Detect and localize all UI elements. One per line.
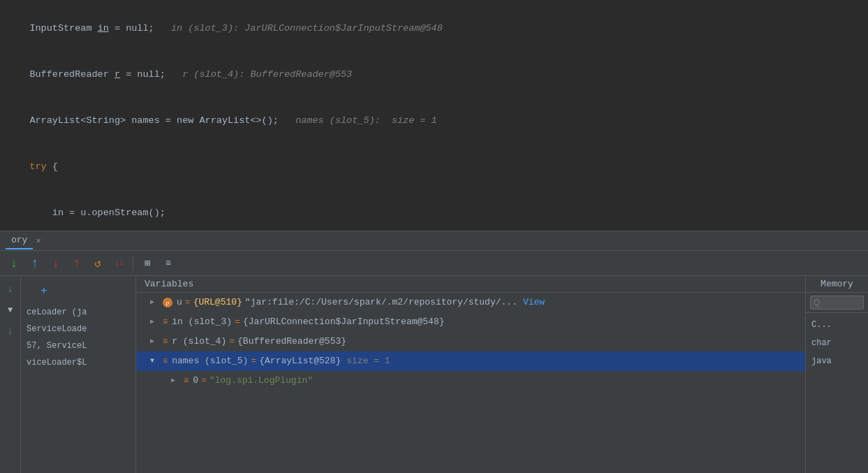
variables-header: Variables — [136, 276, 805, 293]
code-line-1: InputStream in = null; in (slot_3): JarU… — [7, 6, 868, 52]
var-eq: = — [235, 315, 240, 329]
code-token: = null; — [109, 23, 171, 34]
code-token: InputStream — [29, 23, 97, 34]
var-r-name: r (slot_4) — [172, 335, 226, 349]
code-token: ArrayList<String> names = new ArrayList<… — [29, 115, 295, 126]
memory-item-java[interactable]: java — [806, 352, 868, 370]
debug-hint: r (slot_4): BufferedReader@553 — [182, 69, 352, 80]
memory-list: C... char java — [806, 313, 868, 373]
var-in-name: in (slot_3) — [172, 315, 232, 329]
var-eq: = — [201, 374, 207, 388]
debugger-panel: ory ✕ ↓ ↑ ↓ ↑ ↺ ↓I ⊞ ≡ ↓ ▼ ↓ + ceLoader … — [0, 231, 868, 473]
code-line-4: try { — [7, 144, 868, 190]
memory-item-char[interactable]: char — [806, 334, 868, 352]
frame-item-4[interactable]: viceLoader$L — [21, 354, 135, 371]
tab-close-button[interactable]: ✕ — [36, 235, 41, 246]
code-line-5: in = u.openStream(); — [7, 190, 868, 231]
var-list: ▶ p u = {URL@510} "jar:file:/C:/Users/sp… — [136, 293, 805, 473]
var-u-type: {URL@510} — [193, 296, 242, 310]
expand-control-button[interactable]: ↓ — [3, 323, 18, 339]
var-u-name: u — [177, 296, 182, 310]
memory-search-input[interactable] — [810, 296, 864, 310]
add-frame-button[interactable]: + — [21, 279, 135, 304]
code-token: in — [98, 23, 109, 34]
frame-item-3[interactable]: 57, ServiceL — [21, 337, 135, 354]
var-u-row[interactable]: ▶ p u = {URL@510} "jar:file:/C:/Users/sp… — [136, 293, 805, 312]
var-eq: = — [251, 354, 256, 368]
toolbar: ↓ ↑ ↓ ↑ ↺ ↓I ⊞ ≡ — [0, 251, 868, 276]
code-editor: InputStream in = null; in (slot_3): JarU… — [0, 0, 868, 231]
code-line-2: BufferedReader r = null; r (slot_4): Buf… — [7, 52, 868, 98]
debug-hint: names (slot_5): size = 1 — [295, 115, 437, 126]
var-r-val: {BufferedReader@553} — [237, 335, 346, 349]
debug-content: ↓ ▼ ↓ + ceLoader (ja ServiceLoade 57, Se… — [0, 276, 868, 473]
step-out-button[interactable]: ↑ — [27, 255, 43, 272]
var-in-val: {JarURLConnection$JarInputStream@548} — [243, 315, 445, 329]
code-line-3: ArrayList<String> names = new ArrayList<… — [7, 98, 868, 144]
expand-icon: ▶ — [150, 296, 160, 310]
settings-button[interactable]: ≡ — [160, 255, 177, 272]
memory-panel: Memory C... char java — [805, 276, 868, 473]
collapse-icon: ▼ — [150, 354, 160, 368]
expand-icon: ▶ — [150, 315, 160, 329]
code-token: BufferedReader — [29, 69, 115, 80]
step-into-button[interactable]: ↓ — [47, 255, 64, 272]
var-0-name: 0 — [193, 374, 198, 388]
toolbar-separator — [133, 256, 133, 270]
frames-panel: + ceLoader (ja ServiceLoade 57, ServiceL… — [21, 276, 136, 473]
code-token: in = u.openStream(); — [29, 208, 165, 218]
force-step-into-button[interactable]: ↑ — [68, 255, 85, 272]
plus-icon[interactable]: + — [35, 282, 53, 301]
debug-hint: in (slot_3): JarURLConnection$JarInputSt… — [171, 23, 443, 34]
type-eq-icon: ≡ — [163, 315, 168, 329]
filter-button[interactable]: ▼ — [3, 303, 18, 318]
var-names-type: {ArrayList@528} — [259, 354, 341, 368]
type-eq-icon: ≡ — [163, 354, 168, 368]
var-names-name: names (slot_5) — [172, 354, 248, 368]
expand-icon: ▶ — [171, 374, 181, 388]
memory-header: Memory — [806, 276, 868, 293]
code-token: try — [29, 161, 46, 172]
memory-tab[interactable]: ory — [6, 232, 33, 249]
expand-icon: ▶ — [150, 335, 160, 349]
type-eq-icon: ≡ — [163, 335, 168, 349]
reset-button[interactable]: ↺ — [89, 255, 106, 272]
run-to-cursor-button[interactable]: ↓I — [110, 255, 127, 272]
var-r-row[interactable]: ▶ ≡ r (slot_4) = {BufferedReader@553} — [136, 332, 805, 351]
left-controls: ↓ ▼ ↓ — [0, 276, 21, 473]
memory-search — [806, 293, 868, 313]
down-control-button[interactable]: ↓ — [3, 282, 18, 297]
code-token: r — [115, 69, 120, 80]
var-names-row[interactable]: ▼ ≡ names (slot_5) = {ArrayList@528} siz… — [136, 351, 805, 371]
frame-item-1[interactable]: ceLoader (ja — [21, 304, 135, 321]
type-p-icon: p — [163, 298, 172, 307]
step-over-button[interactable]: ↓ — [6, 255, 22, 272]
code-token: = null; — [120, 69, 182, 80]
var-0-row[interactable]: ▶ ≡ 0 = "log.spi.LogPlugin" — [136, 371, 805, 391]
table-view-button[interactable]: ⊞ — [139, 255, 156, 272]
var-names-size: size = 1 — [346, 354, 390, 368]
frame-item-2[interactable]: ServiceLoade — [21, 321, 135, 337]
variables-panel: Variables ▶ p u = {URL@510} "jar:file:/C… — [136, 276, 805, 473]
memory-item-c[interactable]: C... — [806, 316, 868, 334]
var-in-row[interactable]: ▶ ≡ in (slot_3) = {JarURLConnection$JarI… — [136, 312, 805, 332]
var-eq: = — [229, 335, 235, 349]
code-token: { — [47, 161, 58, 172]
var-0-val: "log.spi.LogPlugin" — [209, 374, 313, 388]
var-eq: = — [185, 296, 191, 310]
view-link[interactable]: View — [523, 296, 545, 310]
var-u-val: "jar:file:/C:/Users/spark/.m2/repository… — [245, 296, 517, 310]
type-eq-icon: ≡ — [184, 374, 189, 388]
debug-tabs: ory ✕ — [0, 231, 868, 251]
